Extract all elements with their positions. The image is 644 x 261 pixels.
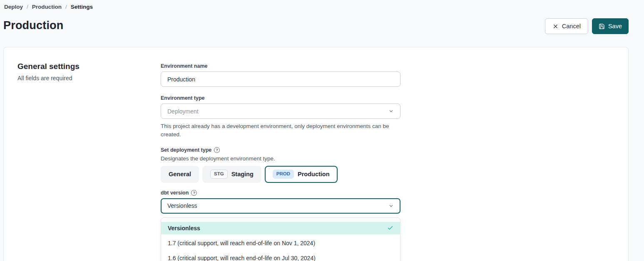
staging-badge: STG (210, 170, 228, 179)
cancel-button[interactable]: Cancel (545, 18, 588, 34)
environment-type-helper: This project already has a development e… (161, 122, 394, 139)
dbt-version-label-text: dbt version (161, 190, 189, 196)
deployment-type-production-button[interactable]: PROD Production (265, 166, 338, 183)
dbt-version-label: dbt version ? (161, 190, 400, 196)
dropdown-option-label: 1.7 (critical support, will reach end-of… (168, 240, 315, 246)
environment-type-value: Deployment (167, 108, 199, 115)
dbt-version-select[interactable]: Versionless (161, 198, 400, 214)
breadcrumb-deploy[interactable]: Deploy (4, 4, 23, 10)
help-icon[interactable]: ? (191, 190, 197, 196)
settings-card: General settings All fields are required… (3, 47, 629, 261)
deployment-type-staging-button[interactable]: STG Staging (202, 166, 261, 183)
dropdown-option-label: Versionless (168, 225, 200, 231)
settings-form: Environment name Environment type Deploy… (161, 63, 400, 261)
dbt-version-value: Versionless (167, 202, 197, 209)
deployment-type-label-text: Set deployment type (161, 147, 211, 153)
deployment-type-production-label: Production (298, 171, 330, 177)
deployment-type-general-label: General (169, 171, 191, 177)
deployment-type-options: General STG Staging PROD Production (161, 166, 400, 183)
deployment-type-description: Designates the deployment environment ty… (161, 155, 400, 162)
section-heading: General settings (17, 62, 80, 71)
dropdown-option-1-6[interactable]: 1.6 (critical support, will reach end-of… (161, 251, 400, 261)
header-actions: Cancel Save (545, 18, 629, 34)
environment-type-select[interactable]: Deployment (161, 103, 400, 119)
dropdown-option-label: 1.6 (critical support, will reach end-of… (168, 255, 316, 261)
save-icon (599, 23, 605, 30)
check-icon (387, 225, 393, 231)
breadcrumb-production[interactable]: Production (32, 4, 62, 10)
page-title: Production (3, 19, 64, 32)
help-icon[interactable]: ? (214, 147, 220, 153)
breadcrumb-separator: / (65, 4, 67, 10)
dbt-version-dropdown: Versionless 1.7 (critical support, will … (161, 217, 400, 261)
save-button[interactable]: Save (592, 18, 629, 34)
breadcrumb-settings[interactable]: Settings (71, 4, 93, 10)
page: Deploy / Production / Settings Productio… (0, 0, 644, 261)
deployment-type-label: Set deployment type ? (161, 147, 400, 153)
breadcrumb: Deploy / Production / Settings (4, 4, 93, 10)
breadcrumb-separator: / (27, 4, 28, 10)
deployment-type-general-button[interactable]: General (161, 166, 199, 183)
save-button-label: Save (608, 23, 622, 30)
chevron-down-icon (388, 108, 394, 114)
close-icon (552, 23, 559, 30)
section-subheading: All fields are required (17, 75, 80, 81)
environment-name-input[interactable] (161, 71, 400, 87)
cancel-button-label: Cancel (562, 23, 581, 30)
dropdown-option-versionless[interactable]: Versionless (161, 222, 400, 234)
dropdown-option-1-7[interactable]: 1.7 (critical support, will reach end-of… (161, 236, 400, 251)
production-badge: PROD (273, 170, 294, 179)
environment-name-label: Environment name (161, 63, 400, 69)
deployment-type-staging-label: Staging (231, 171, 254, 177)
environment-type-label: Environment type (161, 95, 400, 101)
chevron-down-icon (388, 203, 394, 209)
general-settings-section: General settings All fields are required (17, 62, 80, 81)
